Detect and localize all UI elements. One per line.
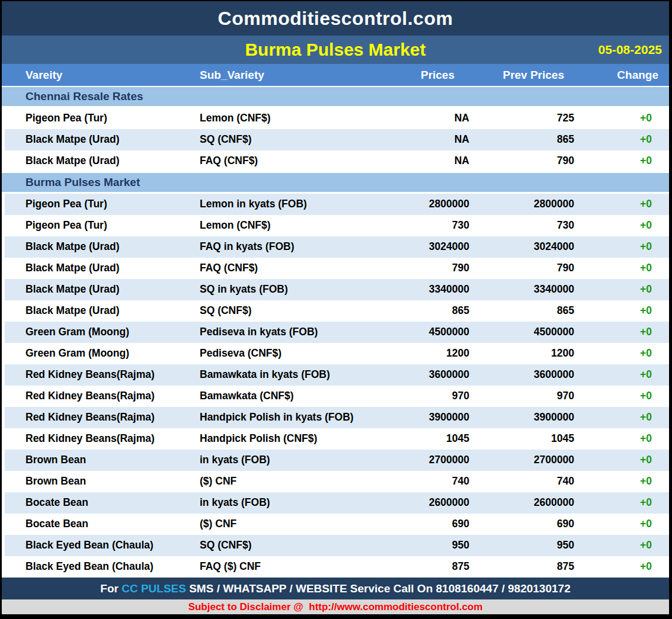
cell-sub-variety: Pediseva (CNF$) — [200, 343, 356, 364]
top-header-bar: Commoditiescontrol.com — [2, 1, 669, 36]
cell-change: +0 — [575, 556, 669, 578]
report-frame: Commoditiescontrol.com Burma Pulses Mark… — [2, 1, 669, 614]
cell-change: +0 — [575, 407, 669, 428]
cell-change: +0 — [575, 150, 669, 172]
cell-change: +0 — [575, 535, 669, 556]
cell-prev-price: 2700000 — [470, 450, 575, 471]
cell-prev-price: 740 — [470, 471, 575, 492]
cell-price: 950 — [356, 535, 470, 556]
cell-price: 730 — [356, 215, 470, 236]
cell-variety: Black Matpe (Urad) — [2, 236, 200, 258]
table-row: Black Matpe (Urad) FAQ (CNF$) NA 790 +0 — [2, 150, 669, 172]
table-row: Pigeon Pea (Tur) Lemon (CNF$) 730 730 +0 — [2, 215, 669, 236]
cell-prev-price: 2800000 — [470, 194, 575, 215]
cell-change: +0 — [575, 343, 669, 364]
cell-price: 865 — [356, 300, 470, 322]
cell-variety: Black Eyed Bean (Chaula) — [2, 556, 200, 578]
disclaimer-text: Subject to Disclaimer @ — [188, 601, 309, 613]
table-row: Green Gram (Moong) Pediseva (CNF$) 1200 … — [2, 343, 669, 364]
cell-sub-variety: FAQ ($) CNF — [200, 556, 356, 578]
cc-pulses-brand: CC PULSES — [121, 582, 186, 595]
cell-sub-variety: SQ in kyats (FOB) — [200, 279, 356, 300]
cell-change: +0 — [575, 300, 669, 322]
disclaimer-link[interactable]: http://www.commoditiescontrol.com — [309, 601, 482, 613]
cell-variety: Black Eyed Bean (Chaula) — [2, 535, 200, 556]
cell-prev-price: 3024000 — [470, 236, 575, 258]
column-header-sub-variety: Sub_Variety — [200, 64, 356, 86]
cell-price: NA — [356, 150, 470, 172]
cell-sub-variety: FAQ (CNF$) — [200, 150, 356, 172]
cell-prev-price: 690 — [470, 514, 575, 535]
cell-price: 790 — [356, 258, 470, 279]
table-row: Black Eyed Bean (Chaula) FAQ ($) CNF 875… — [2, 556, 669, 578]
report-title-bar: Burma Pulses Market 05-08-2025 — [2, 36, 669, 64]
table-body: Chennai Resale Rates Pigeon Pea (Tur) Le… — [2, 86, 669, 578]
cell-variety: Red Kidney Beans(Rajma) — [2, 407, 200, 428]
cell-change: +0 — [575, 386, 669, 407]
cell-variety: Pigeon Pea (Tur) — [2, 215, 200, 236]
service-text-prefix: For — [100, 582, 121, 595]
cell-price: 690 — [356, 514, 470, 535]
cell-prev-price: 865 — [470, 129, 575, 150]
disclaimer-bar: Subject to Disclaimer @ http://www.commo… — [2, 599, 669, 614]
cell-change: +0 — [575, 236, 669, 258]
table-row: Black Matpe (Urad) SQ (CNF$) 865 865 +0 — [2, 300, 669, 322]
cell-price: 2700000 — [356, 450, 470, 471]
cell-change: +0 — [575, 258, 669, 279]
cell-variety: Red Kidney Beans(Rajma) — [2, 386, 200, 407]
service-footer-bar: For CC PULSES SMS / WHATSAPP / WEBSITE S… — [2, 578, 669, 599]
cell-prev-price: 950 — [470, 535, 575, 556]
cell-price: 3600000 — [356, 364, 470, 386]
table-row: Bocate Bean in kyats (FOB) 2600000 26000… — [2, 492, 669, 514]
cell-price: 4500000 — [356, 322, 470, 343]
table-row: Red Kidney Beans(Rajma) Handpick Polish … — [2, 428, 669, 450]
cell-change: +0 — [575, 428, 669, 450]
cell-change: +0 — [575, 514, 669, 535]
section-header-row: Chennai Resale Rates — [2, 86, 669, 108]
cell-price: 2600000 — [356, 492, 470, 514]
section-title: Burma Pulses Market — [2, 176, 140, 189]
cell-sub-variety: Bamawkata in kyats (FOB) — [200, 364, 356, 386]
cell-price: NA — [356, 108, 470, 129]
cell-price: 1200 — [356, 343, 470, 364]
table-row: Brown Bean in kyats (FOB) 2700000 270000… — [2, 450, 669, 471]
table-row: Pigeon Pea (Tur) Lemon (CNF$) NA 725 +0 — [2, 108, 669, 129]
cell-variety: Black Matpe (Urad) — [2, 150, 200, 172]
cell-sub-variety: in kyats (FOB) — [200, 450, 356, 471]
cell-variety: Black Matpe (Urad) — [2, 129, 200, 150]
site-title: Commoditiescontrol.com — [218, 8, 453, 30]
cell-variety: Pigeon Pea (Tur) — [2, 194, 200, 215]
cell-prev-price: 3900000 — [470, 407, 575, 428]
section-title: Chennai Resale Rates — [2, 90, 143, 103]
cell-sub-variety: SQ (CNF$) — [200, 129, 356, 150]
cell-variety: Brown Bean — [2, 471, 200, 492]
cell-sub-variety: FAQ in kyats (FOB) — [200, 236, 356, 258]
cell-change: +0 — [575, 215, 669, 236]
cell-variety: Black Matpe (Urad) — [2, 300, 200, 322]
service-text-rest: SMS / WHATSAPP / WEBSITE Service Call On… — [186, 582, 571, 595]
table-row: Red Kidney Beans(Rajma) Bamawkata in kya… — [2, 364, 669, 386]
cell-prev-price: 1045 — [470, 428, 575, 450]
cell-sub-variety: Lemon in kyats (FOB) — [200, 194, 356, 215]
cell-price: 3024000 — [356, 236, 470, 258]
column-header-prev-prices: Prev Prices — [470, 64, 575, 86]
cell-variety: Black Matpe (Urad) — [2, 258, 200, 279]
cell-variety: Green Gram (Moong) — [2, 322, 200, 343]
cell-prev-price: 875 — [470, 556, 575, 578]
cell-prev-price: 2600000 — [470, 492, 575, 514]
cell-prev-price: 3340000 — [470, 279, 575, 300]
table-row: Black Matpe (Urad) FAQ in kyats (FOB) 30… — [2, 236, 669, 258]
page-root: Commoditiescontrol.com Burma Pulses Mark… — [0, 0, 672, 619]
cell-sub-variety: SQ (CNF$) — [200, 300, 356, 322]
column-header-prices: Prices — [356, 64, 470, 86]
cell-sub-variety: Handpick Polish (CNF$) — [200, 428, 356, 450]
cell-price: 740 — [356, 471, 470, 492]
cell-sub-variety: Lemon (CNF$) — [200, 215, 356, 236]
cell-change: +0 — [575, 322, 669, 343]
cell-price: 3340000 — [356, 279, 470, 300]
cell-variety: Bocate Bean — [2, 514, 200, 535]
cell-change: +0 — [575, 471, 669, 492]
cell-variety: Pigeon Pea (Tur) — [2, 108, 200, 129]
cell-price: 875 — [356, 556, 470, 578]
cell-variety: Bocate Bean — [2, 492, 200, 514]
